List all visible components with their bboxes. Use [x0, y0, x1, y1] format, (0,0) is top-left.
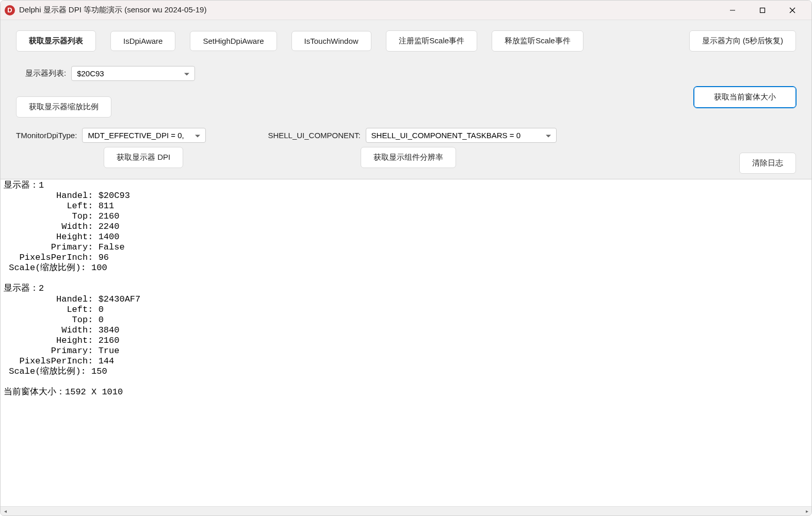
get-monitor-list-button[interactable]: 获取显示器列表 [16, 30, 96, 52]
register-scale-event-button[interactable]: 注册监听Scale事件 [386, 30, 478, 52]
shell-component-value: SHELL_UI_COMPONENT_TASKBARS = 0 [371, 131, 521, 140]
app-icon-letter: D [7, 6, 12, 14]
content-panel: 获取显示器列表 IsDpiAware SetHighDpiAware IsTou… [1, 20, 811, 179]
dpi-type-label: TMonitorDpiType: [16, 131, 77, 140]
get-scale-button[interactable]: 获取显示器缩放比例 [16, 96, 111, 118]
maximize-icon [759, 7, 766, 13]
app-icon: D [5, 5, 15, 15]
get-window-size-button[interactable]: 获取当前窗体大小 [694, 87, 796, 108]
close-button[interactable] [777, 1, 807, 20]
monitor-direction-button[interactable]: 显示器方向 (5秒后恢复) [689, 30, 797, 52]
set-high-dpi-aware-button[interactable]: SetHighDpiAware [190, 31, 277, 51]
titlebar: D Delphi 显示器 DPI 等功能演示 (sensor wu 2024-0… [1, 1, 811, 20]
window-title: Delphi 显示器 DPI 等功能演示 (sensor wu 2024-05-… [19, 5, 718, 15]
monitor-list-group: 显示器列表: $20C93 [25, 66, 195, 81]
monitor-list-label: 显示器列表: [25, 69, 66, 78]
window-controls [718, 1, 807, 20]
maximize-button[interactable] [748, 1, 777, 20]
monitor-list-combobox[interactable]: $20C93 [71, 66, 195, 81]
dpi-type-combobox[interactable]: MDT_EFFECTIVE_DPI = 0, [82, 128, 206, 143]
shell-component-group: SHELL_UI_COMPONENT: SHELL_UI_COMPONENT_T… [268, 128, 556, 143]
is-dpi-aware-button[interactable]: IsDpiAware [110, 31, 175, 51]
get-component-res-button[interactable]: 获取显示组件分辨率 [361, 147, 456, 168]
shell-component-label: SHELL_UI_COMPONENT: [268, 131, 360, 140]
dpi-type-group: TMonitorDpiType: MDT_EFFECTIVE_DPI = 0, [16, 128, 206, 143]
svg-rect-1 [760, 8, 765, 12]
shell-component-combobox[interactable]: SHELL_UI_COMPONENT_TASKBARS = 0 [366, 128, 557, 143]
log-textarea[interactable]: 显示器：1 Handel: $20C93 Left: 811 Top: 2160… [1, 179, 811, 506]
release-scale-event-button[interactable]: 释放监听Scale事件 [492, 30, 583, 52]
is-touch-window-button[interactable]: IsTouchWindow [291, 31, 371, 51]
shell-component-col: SHELL_UI_COMPONENT: SHELL_UI_COMPONENT_T… [268, 128, 556, 168]
horizontal-scrollbar[interactable]: ◂ ▸ [1, 506, 811, 515]
scroll-right-arrow[interactable]: ▸ [803, 508, 810, 515]
scroll-left-arrow[interactable]: ◂ [2, 508, 9, 515]
clear-log-button[interactable]: 清除日志 [739, 153, 796, 174]
main-window: D Delphi 显示器 DPI 等功能演示 (sensor wu 2024-0… [0, 0, 812, 516]
dpi-settings-row: TMonitorDpiType: MDT_EFFECTIVE_DPI = 0, … [16, 128, 796, 174]
minimize-icon [729, 7, 736, 13]
toolbar-row: 获取显示器列表 IsDpiAware SetHighDpiAware IsTou… [16, 30, 796, 52]
get-monitor-dpi-button[interactable]: 获取显示器 DPI [104, 147, 183, 168]
dpi-type-value: MDT_EFFECTIVE_DPI = 0, [88, 131, 184, 140]
dpi-type-col: TMonitorDpiType: MDT_EFFECTIVE_DPI = 0, … [16, 128, 206, 168]
monitor-select-row: 显示器列表: $20C93 获取显示器缩放比例 获取当前窗体大小 [16, 66, 796, 118]
close-icon [789, 7, 795, 13]
minimize-button[interactable] [718, 1, 748, 20]
monitor-list-value: $20C93 [77, 69, 104, 78]
